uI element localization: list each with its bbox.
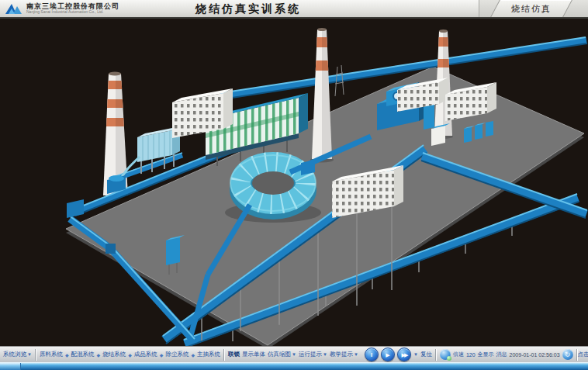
tab-label: 烧结仿真 bbox=[496, 0, 567, 17]
diamond-separator-icon: ◆ bbox=[65, 352, 69, 358]
chevron-down-icon: ▼ bbox=[27, 352, 32, 357]
sim-thumbnail-menu[interactable]: 仿真缩图 ▼ bbox=[268, 351, 296, 358]
diamond-separator-icon: ◆ bbox=[160, 352, 164, 358]
page-title: 烧结仿真实训系统 bbox=[195, 0, 301, 19]
speed-label: 倍速 bbox=[453, 351, 464, 358]
pause-icon: ‖ bbox=[370, 352, 372, 358]
fast-forward-icon: ▶▶ bbox=[402, 352, 407, 358]
menu-blending-system[interactable]: 配混系统 bbox=[71, 351, 95, 358]
bottom-status-strip bbox=[0, 362, 588, 370]
menu-dedusting-system[interactable]: 除尘系统 bbox=[165, 351, 189, 358]
title-bar: 南京三埃工控股份有限公司 Nanjing Sanai Industrial Au… bbox=[0, 0, 588, 19]
exit-simulation-link[interactable]: 点击此处退出仿真 bbox=[578, 351, 588, 358]
network-status-icon[interactable] bbox=[440, 349, 451, 360]
section-systems: 原料系统 ◆ 配混系统 ◆ 烧结系统 ◆ 成品系统 ◆ 除尘系统 ◆ 主抽系统 bbox=[36, 347, 223, 362]
run-tips-menu[interactable]: 运行提示 ▼ bbox=[299, 351, 327, 358]
logo-icon bbox=[5, 2, 23, 16]
menu-system-browse-label: 系统浏览 bbox=[3, 351, 26, 358]
section-status: 倍速 120 全显示 消息 2009-01-01 02:56:03 ↻ bbox=[437, 347, 576, 362]
diamond-separator-icon: ◆ bbox=[97, 352, 101, 358]
run-tips-label: 运行提示 bbox=[299, 351, 322, 358]
chevron-down-icon: ▼ bbox=[323, 352, 327, 357]
section-playback: ‖ ▶ ▶▶ ▼ 复位 bbox=[361, 347, 435, 362]
full-display-toggle[interactable]: 全显示 bbox=[478, 351, 494, 358]
messages-button[interactable]: 消息 bbox=[496, 351, 507, 358]
company-logo: 南京三埃工控股份有限公司 Nanjing Sanai Industrial Au… bbox=[0, 2, 168, 16]
teach-tips-menu[interactable]: 教学提示 ▼ bbox=[330, 351, 358, 358]
simulation-3d-viewport[interactable] bbox=[0, 19, 588, 346]
pause-button[interactable]: ‖ bbox=[365, 348, 379, 361]
menu-product-system[interactable]: 成品系统 bbox=[134, 351, 157, 358]
play-button[interactable]: ▶ bbox=[381, 348, 395, 361]
section-browse: 系统浏览 ▼ bbox=[0, 347, 35, 362]
chevron-down-icon: ▼ bbox=[413, 352, 418, 357]
show-unit-toggle[interactable]: 显示单体 bbox=[242, 351, 265, 358]
strip-left-cap bbox=[0, 363, 21, 370]
section-options: 联锁 显示单体 仿真缩图 ▼ 运行提示 ▼ 教学提示 ▼ bbox=[225, 347, 361, 362]
teach-tips-label: 教学提示 bbox=[330, 351, 353, 358]
chevron-down-icon: ▼ bbox=[354, 352, 358, 357]
company-name-en: Nanjing Sanai Industrial Automation Co.,… bbox=[26, 10, 119, 14]
sync-icon[interactable]: ↻ bbox=[562, 349, 573, 360]
fast-forward-button[interactable]: ▶▶ bbox=[397, 348, 411, 361]
sim-datetime: 2009-01-01 02:56:03 bbox=[510, 352, 560, 358]
interlock-toggle[interactable]: 联锁 bbox=[228, 351, 240, 358]
reset-button[interactable]: 复位 bbox=[420, 351, 432, 358]
menu-system-browse[interactable]: 系统浏览 ▼ bbox=[3, 351, 32, 358]
speed-value: 120 bbox=[466, 352, 476, 358]
tab-sintering-simulation[interactable]: 烧结仿真 bbox=[490, 0, 572, 17]
chevron-down-icon: ▼ bbox=[292, 352, 296, 357]
menu-sintering-system[interactable]: 烧结系统 bbox=[102, 351, 126, 358]
menu-raw-material-system[interactable]: 原料系统 bbox=[40, 351, 63, 358]
diamond-separator-icon: ◆ bbox=[128, 352, 132, 358]
sim-thumbnail-label: 仿真缩图 bbox=[268, 351, 291, 358]
plant-3d-scene bbox=[0, 19, 588, 346]
diamond-separator-icon: ◆ bbox=[191, 352, 195, 358]
tab-zone: 烧结仿真 bbox=[479, 0, 588, 17]
menu-main-exhaust-system[interactable]: 主抽系统 bbox=[197, 351, 220, 358]
play-icon: ▶ bbox=[386, 352, 389, 358]
bottom-toolbar: 系统浏览 ▼ 原料系统 ◆ 配混系统 ◆ 烧结系统 ◆ 成品系统 ◆ 除尘系统 … bbox=[0, 346, 588, 362]
